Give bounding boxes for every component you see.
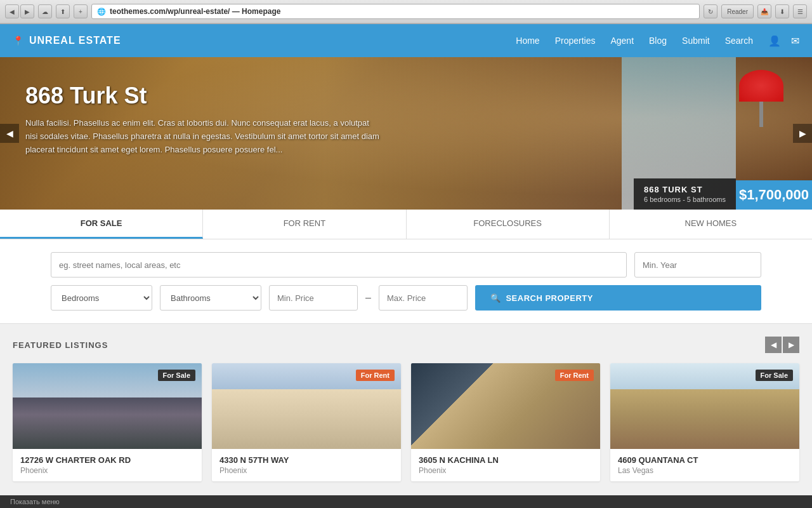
listing-street-4: 4609 QUANTANA CT <box>618 455 792 465</box>
listing-info-2: 4330 N 57TH WAY Phoenix <box>212 449 401 481</box>
featured-header: FEATURED LISTINGS ◀ ▶ <box>13 337 799 353</box>
listing-badge-1: For Sale <box>158 370 195 381</box>
listing-image-1: For Sale <box>13 363 202 449</box>
listing-city-2: Phoenix <box>219 466 393 475</box>
nav-logo-text: UNREAL ESTATE <box>29 35 121 46</box>
listing-card-1[interactable]: For Sale 12726 W CHARTER OAK RD Phoenix <box>13 363 202 481</box>
cloud-button[interactable]: ☁ <box>38 4 52 18</box>
listing-street-3: 3605 N KACHINA LN <box>419 455 593 465</box>
url-display: teothemes.com/wp/unreal-estate/ — Homepa… <box>110 7 280 16</box>
bottom-bar-label: Показать меню <box>10 498 60 505</box>
hero-lamp-decoration <box>736 70 787 146</box>
hero-text-overlay: 868 Turk St Nulla facilisi. Phasellus ac… <box>25 83 381 156</box>
back-button[interactable]: ◀ <box>5 4 19 18</box>
download-button[interactable]: ⬇ <box>775 4 789 18</box>
price-range-dash: – <box>365 292 371 304</box>
listing-info-1: 12726 W CHARTER OAK RD Phoenix <box>13 449 202 481</box>
listing-info-4: 4609 QUANTANA CT Las Vegas <box>610 449 799 481</box>
website: 📍 UNREAL ESTATE Home Properties Agent Bl… <box>0 24 812 481</box>
address-bar[interactable]: 🌐 teothemes.com/wp/unreal-estate/ — Home… <box>91 4 700 19</box>
search-form: Bedrooms 1 2 3 4 5 6+ Bathrooms 1 2 3 4 … <box>0 239 812 324</box>
tab-for-sale[interactable]: FOR SALE <box>0 210 203 239</box>
forward-button[interactable]: ▶ <box>20 4 34 18</box>
search-row-2: Bedrooms 1 2 3 4 5 6+ Bathrooms 1 2 3 4 … <box>51 285 761 311</box>
listing-card-3[interactable]: For Rent 3605 N KACHINA LN Phoenix <box>411 363 600 481</box>
tab-for-rent[interactable]: FOR RENT <box>203 210 406 239</box>
tab-new-homes[interactable]: NEW HOMES <box>610 210 812 239</box>
search-year-input[interactable] <box>634 252 761 277</box>
share-button[interactable]: ⬆ <box>56 4 70 18</box>
listing-city-4: Las Vegas <box>618 466 792 475</box>
lamp-base <box>759 102 763 127</box>
max-price-input[interactable] <box>379 285 468 311</box>
search-icon: 🔍 <box>490 293 501 303</box>
listing-badge-4: For Sale <box>756 370 793 381</box>
listing-image-2: For Rent <box>212 363 401 449</box>
search-row-1 <box>51 252 761 277</box>
hero-info-box: 868 TURK ST 6 bedrooms - 5 bathrooms <box>634 178 736 210</box>
listing-badge-2: For Rent <box>356 370 395 381</box>
min-price-input[interactable] <box>269 285 358 311</box>
lamp-shade <box>739 70 783 102</box>
featured-next-button[interactable]: ▶ <box>783 337 799 353</box>
hero-address: 868 Turk St <box>25 83 381 109</box>
hero-price: $1,700,000 <box>736 180 812 210</box>
bedrooms-select[interactable]: Bedrooms 1 2 3 4 5 6+ <box>51 285 152 311</box>
new-tab-button[interactable]: + <box>74 4 88 18</box>
browser-nav-buttons: ◀ ▶ <box>5 4 34 18</box>
nav-icons: 👤 ✉ <box>768 35 799 47</box>
nav-links: Home Properties Agent Blog Submit Search <box>516 36 753 46</box>
bookmark-button[interactable]: 📥 <box>757 4 771 18</box>
nav-blog[interactable]: Blog <box>649 36 667 46</box>
reload-button[interactable]: ↻ <box>704 4 717 18</box>
listing-city-3: Phoenix <box>419 466 593 475</box>
navigation: 📍 UNREAL ESTATE Home Properties Agent Bl… <box>0 24 812 57</box>
nav-search[interactable]: Search <box>725 36 753 46</box>
bottom-bar: Показать меню <box>0 495 812 508</box>
tab-foreclosures[interactable]: FORECLOSURES <box>407 210 610 239</box>
mail-icon[interactable]: ✉ <box>791 35 799 47</box>
featured-navigation: ◀ ▶ <box>765 337 799 353</box>
featured-prev-button[interactable]: ◀ <box>765 337 782 353</box>
nav-agent[interactable]: Agent <box>610 36 634 46</box>
listing-image-3: For Rent <box>411 363 600 449</box>
listing-badge-3: For Rent <box>555 370 594 381</box>
hero-next-button[interactable]: ▶ <box>793 124 812 143</box>
search-location-input[interactable] <box>51 252 627 277</box>
listing-card-4[interactable]: For Sale 4609 QUANTANA CT Las Vegas <box>610 363 799 481</box>
hero-section: 868 Turk St Nulla facilisi. Phasellus ac… <box>0 57 812 210</box>
bathrooms-select[interactable]: Bathrooms 1 2 3 4 5+ <box>160 285 261 311</box>
search-property-button[interactable]: 🔍 SEARCH PROPERTY <box>475 285 761 311</box>
featured-section: FEATURED LISTINGS ◀ ▶ For Sale 12726 W C… <box>0 324 812 481</box>
menu-button[interactable]: ☰ <box>793 4 807 18</box>
nav-properties[interactable]: Properties <box>555 36 596 46</box>
location-pin-icon: 📍 <box>13 36 24 46</box>
listing-city-1: Phoenix <box>20 466 194 475</box>
nav-submit[interactable]: Submit <box>682 36 710 46</box>
listings-grid: For Sale 12726 W CHARTER OAK RD Phoenix … <box>13 363 799 481</box>
nav-logo[interactable]: 📍 UNREAL ESTATE <box>13 35 121 46</box>
featured-title: FEATURED LISTINGS <box>13 340 108 350</box>
hero-info-details: 6 bedrooms - 5 bathrooms <box>644 196 726 203</box>
listing-street-1: 12726 W CHARTER OAK RD <box>20 455 194 465</box>
hero-prev-button[interactable]: ◀ <box>0 124 19 143</box>
location-icon: 🌐 <box>97 8 106 16</box>
listing-card-2[interactable]: For Rent 4330 N 57TH WAY Phoenix <box>212 363 401 481</box>
browser-chrome: ◀ ▶ ☁ ⬆ + 🌐 teothemes.com/wp/unreal-esta… <box>0 0 812 24</box>
listing-image-4: For Sale <box>610 363 799 449</box>
browser-toolbar: ◀ ▶ ☁ ⬆ + 🌐 teothemes.com/wp/unreal-esta… <box>0 0 812 23</box>
hero-description: Nulla facilisi. Phasellus ac enim elit. … <box>25 117 381 156</box>
listing-street-2: 4330 N 57TH WAY <box>219 455 393 465</box>
hero-info-name: 868 TURK ST <box>644 185 703 194</box>
user-icon[interactable]: 👤 <box>768 35 781 47</box>
reader-button[interactable]: Reader <box>721 4 754 18</box>
search-tabs: FOR SALE FOR RENT FORECLOSURES NEW HOMES <box>0 210 812 239</box>
nav-home[interactable]: Home <box>516 36 539 46</box>
listing-info-3: 3605 N KACHINA LN Phoenix <box>411 449 600 481</box>
